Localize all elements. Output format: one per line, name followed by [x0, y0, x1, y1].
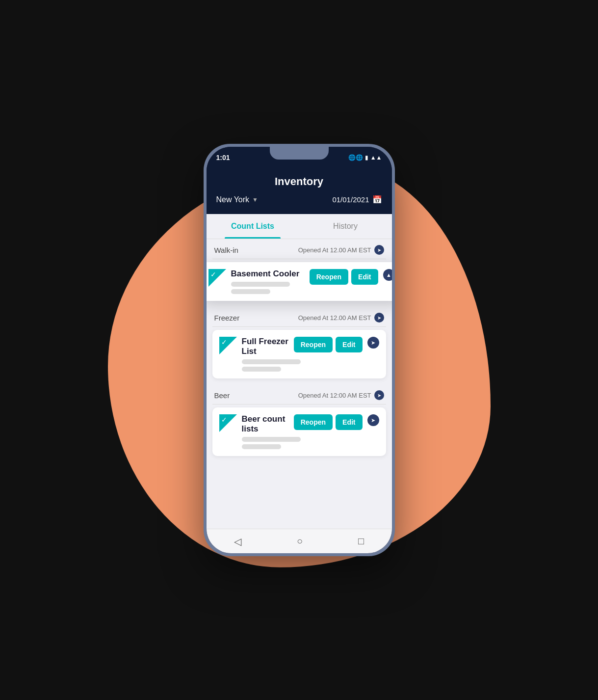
freezer-divider	[212, 326, 386, 327]
section-beer: Beer Opened At 12:00 AM EST ➤	[207, 384, 392, 404]
location-selector[interactable]: New York ▼	[216, 195, 258, 204]
card-sub1-beer	[242, 437, 301, 442]
section-beer-label: Beer	[214, 391, 230, 400]
section-walkin-meta: Opened At 12.00 AM EST ➤	[298, 245, 384, 255]
section-beer-meta: Opened At 12:00 AM EST ➤	[298, 390, 384, 400]
check-icon-beer: ✓	[221, 416, 227, 424]
dropdown-arrow-icon: ▼	[252, 196, 258, 203]
globe-icon: 🌐🌐	[348, 154, 363, 161]
notch	[270, 147, 329, 160]
card-actions-beer: Reopen Edit	[294, 414, 363, 430]
back-button[interactable]: ◁	[234, 536, 241, 547]
card-title-freezer: Full Freezer List	[242, 337, 289, 356]
section-walkin-label: Walk-in	[214, 246, 238, 254]
card-actions-freezer: Reopen Edit	[294, 337, 363, 352]
section-freezer: Freezer Opened At 12.00 AM EST ➤	[207, 307, 392, 326]
bottom-nav: ◁ ○ □	[207, 529, 392, 553]
reopen-button-basement[interactable]: Reopen	[310, 269, 348, 285]
edit-button-beer[interactable]: Edit	[336, 414, 362, 430]
card-body-freezer: Full Freezer List	[242, 337, 289, 372]
card-badge-freezer: ✓	[219, 337, 237, 354]
check-icon-freezer: ✓	[221, 338, 227, 346]
reopen-button-beer[interactable]: Reopen	[294, 414, 333, 430]
status-icons: 🌐🌐 ▮ ▲▲	[348, 154, 382, 161]
card-title-beer: Beer count lists	[242, 414, 289, 434]
card-actions-basement: Reopen Edit	[310, 269, 378, 285]
phone-shell: 1:01 🌐🌐 ▮ ▲▲ Inventory New York ▼ 01/01/…	[204, 144, 395, 556]
card-sub1-freezer	[242, 359, 301, 364]
edit-button-basement[interactable]: Edit	[351, 269, 378, 285]
tab-history[interactable]: History	[299, 214, 392, 239]
location-label: New York	[216, 195, 250, 204]
card-badge-beer: ✓	[219, 414, 237, 432]
freezer-nav-arrow[interactable]: ➤	[374, 313, 384, 323]
section-freezer-meta: Opened At 12.00 AM EST ➤	[298, 313, 384, 323]
check-icon: ✓	[210, 270, 216, 278]
card-sub2-freezer	[242, 367, 281, 372]
scene: 1:01 🌐🌐 ▮ ▲▲ Inventory New York ▼ 01/01/…	[0, 0, 598, 700]
edit-button-freezer[interactable]: Edit	[336, 337, 362, 352]
section-freezer-label: Freezer	[214, 314, 240, 322]
calendar-icon[interactable]: 📅	[372, 195, 382, 204]
card-nav-basement[interactable]: ▲	[383, 269, 392, 281]
content-area: Walk-in Opened At 12.00 AM EST ➤ ✓ Basem…	[207, 239, 392, 529]
card-freezer[interactable]: ✓ Full Freezer List Reopen Edit ➤	[212, 330, 386, 378]
date-display: 01/01/2021 📅	[332, 195, 382, 204]
battery-icon: ▮	[365, 154, 368, 161]
tabs: Count Lists History	[207, 214, 392, 239]
card-badge-basement: ✓	[208, 269, 226, 287]
app-title: Inventory	[216, 175, 382, 188]
app-header: Inventory New York ▼ 01/01/2021 📅	[207, 168, 392, 214]
beer-nav-arrow[interactable]: ➤	[374, 390, 384, 400]
card-sub2-beer	[242, 444, 281, 449]
card-nav-beer[interactable]: ➤	[367, 414, 379, 426]
card-title-basement: Basement Cooler	[231, 269, 305, 279]
card-nav-freezer[interactable]: ➤	[367, 337, 379, 349]
card-sub2-basement	[231, 289, 270, 294]
signal-icon: ▲▲	[370, 154, 382, 161]
section-walkin: Walk-in Opened At 12.00 AM EST ➤	[207, 239, 392, 259]
phone-screen: 1:01 🌐🌐 ▮ ▲▲ Inventory New York ▼ 01/01/…	[207, 147, 392, 553]
walkin-nav-arrow[interactable]: ➤	[374, 245, 384, 255]
card-body-basement: Basement Cooler	[231, 269, 305, 294]
date-label: 01/01/2021	[332, 195, 369, 204]
recents-button[interactable]: □	[358, 536, 364, 547]
card-beer[interactable]: ✓ Beer count lists Reopen Edit ➤	[212, 407, 386, 456]
header-controls: New York ▼ 01/01/2021 📅	[216, 195, 382, 204]
status-time: 1:01	[216, 154, 230, 162]
tab-count-lists[interactable]: Count Lists	[207, 214, 299, 239]
card-body-beer: Beer count lists	[242, 414, 289, 449]
card-basement-cooler[interactable]: ✓ Basement Cooler Reopen Edit ▲	[207, 262, 392, 301]
reopen-button-freezer[interactable]: Reopen	[294, 337, 333, 352]
home-button[interactable]: ○	[297, 536, 303, 547]
walkin-divider	[212, 259, 386, 259]
card-sub1-basement	[231, 282, 290, 287]
beer-divider	[212, 404, 386, 404]
